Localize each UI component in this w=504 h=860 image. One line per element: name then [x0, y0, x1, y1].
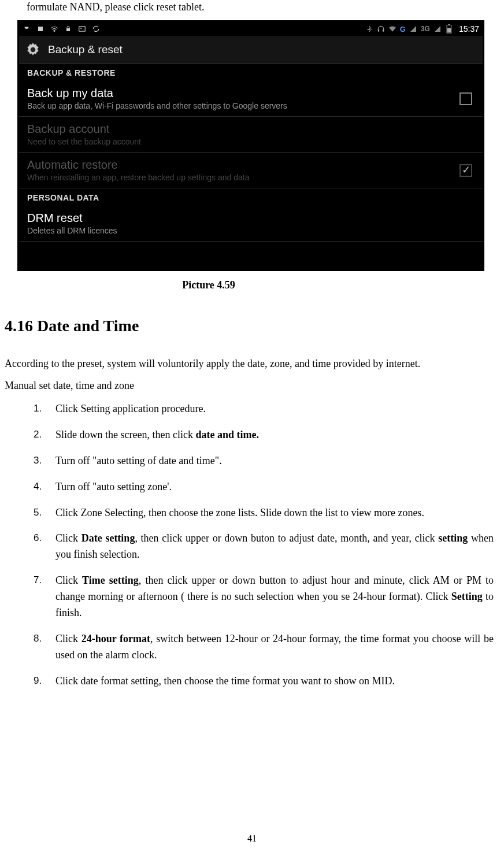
- signal-bars-2-icon: [433, 25, 442, 33]
- step-bold: Time setting: [82, 574, 139, 586]
- steps-list: Click Setting application procedure. Sli…: [5, 401, 494, 690]
- svg-rect-0: [38, 27, 43, 31]
- wifi-icon: [388, 25, 396, 33]
- svg-rect-8: [447, 28, 451, 33]
- gear-icon: [24, 40, 42, 59]
- svg-point-10: [31, 47, 36, 52]
- checkbox-checked-disabled: [459, 164, 472, 177]
- step-text: Turn off "auto setting zone'.: [55, 481, 172, 492]
- section-heading: 4.16 Date and Time: [5, 317, 494, 335]
- psi-icon: [23, 25, 31, 33]
- step-9: Click date format setting, then choose t…: [34, 673, 494, 690]
- step-text: Click Setting application procedure.: [55, 403, 206, 414]
- headphones-icon: [377, 25, 385, 33]
- row-subtitle: Deletes all DRM licences: [27, 226, 454, 235]
- image-icon: [78, 25, 86, 33]
- paragraph-intro: According to the preset, system will vol…: [5, 356, 494, 372]
- svg-rect-5: [383, 29, 384, 32]
- signal-bars-1-icon: [409, 25, 417, 33]
- row-backup-account: Backup account Need to set the backup ac…: [19, 117, 483, 153]
- row-subtitle: Back up app data, Wi-Fi passwords and ot…: [27, 101, 454, 110]
- android-screenshot: G 3G 15:37 Backup & reset BACKUP & RESTO: [17, 20, 484, 271]
- row-back-up-my-data[interactable]: Back up my data Back up app data, Wi-Fi …: [19, 81, 483, 117]
- app-title: Backup & reset: [48, 43, 123, 56]
- step-text: , then click upper or down buton to adju…: [135, 532, 438, 544]
- step-bold: setting: [438, 532, 468, 544]
- step-text: Click: [55, 633, 81, 644]
- lock-icon: [64, 25, 72, 33]
- svg-rect-2: [79, 27, 86, 31]
- step-4: Turn off "auto setting zone'.: [34, 479, 494, 495]
- wifi-small-icon: [50, 25, 58, 33]
- row-title: Backup account: [27, 123, 454, 136]
- row-automatic-restore: Automatic restore When reinstalling an a…: [19, 153, 483, 188]
- row-drm-reset[interactable]: DRM reset Deletes all DRM licences: [19, 206, 483, 242]
- step-text: Turn off "auto setting of date and time"…: [55, 455, 222, 466]
- step-bold: 24-hour format: [81, 633, 150, 644]
- step-bold: date and time.: [195, 429, 259, 440]
- svg-point-3: [80, 28, 81, 29]
- status-clock: 15:37: [459, 24, 479, 34]
- step-text: Slide down the screen, then click: [55, 429, 195, 440]
- row-title: Automatic restore: [27, 158, 454, 172]
- bluetooth-icon: [365, 25, 373, 33]
- intro-fragment: formulate NAND, please click reset table…: [5, 0, 494, 14]
- paragraph-manual: Manual set date, time and zone: [5, 378, 494, 394]
- notification-icon: [36, 25, 45, 33]
- checkbox-unchecked[interactable]: [459, 92, 472, 105]
- step-1: Click Setting application procedure.: [34, 401, 494, 417]
- step-8: Click 24-hour format, switch between 12-…: [34, 631, 494, 663]
- step-text: Click: [55, 574, 82, 586]
- step-text: Click Zone Selecting, then choose the zo…: [55, 507, 424, 518]
- step-text: Click date format setting, then choose t…: [55, 675, 395, 687]
- row-title: DRM reset: [27, 212, 454, 225]
- signal-g-label: G: [400, 25, 406, 34]
- row-subtitle: When reinstalling an app, restore backed…: [27, 173, 454, 182]
- step-7: Click Time setting, then click upper or …: [34, 573, 494, 621]
- sync-icon: [92, 25, 100, 33]
- status-bar: G 3G 15:37: [19, 22, 483, 36]
- battery-icon: [445, 25, 453, 33]
- row-title: Back up my data: [27, 87, 454, 100]
- app-header: Backup & reset: [19, 36, 483, 64]
- step-2: Slide down the screen, then click date a…: [34, 427, 494, 443]
- step-bold: Setting: [451, 591, 483, 602]
- signal-3g-label: 3G: [421, 25, 430, 33]
- section-personal-data: PERSONAL DATA: [19, 188, 483, 206]
- section-backup-restore: BACKUP & RESTORE: [19, 64, 483, 81]
- step-text: Click: [55, 532, 81, 544]
- row-subtitle: Need to set the backup account: [27, 137, 454, 146]
- page-number: 41: [0, 833, 504, 844]
- svg-rect-7: [448, 24, 450, 25]
- step-3: Turn off "auto setting of date and time"…: [34, 453, 494, 469]
- step-6: Click Date setting, then click upper or …: [34, 531, 494, 563]
- step-5: Click Zone Selecting, then choose the zo…: [34, 505, 494, 521]
- svg-rect-1: [66, 28, 70, 31]
- svg-rect-4: [378, 29, 379, 32]
- figure-caption: Picture 4.59: [0, 279, 494, 291]
- step-bold: Date setting: [81, 532, 135, 544]
